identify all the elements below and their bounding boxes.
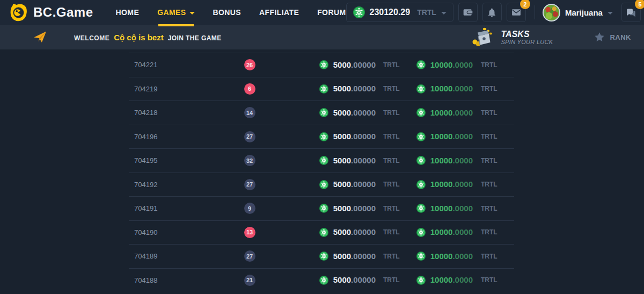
table-row[interactable]: 704219 6 (129, 77, 514, 101)
bet-amount: 5000.00000 (333, 60, 376, 70)
bet-currency: TRTL (376, 133, 406, 140)
multiplier-badge: 27 (244, 131, 255, 142)
badge-cell: 32 (236, 155, 263, 166)
bet-amount-cell: 5000.00000 (263, 275, 376, 285)
trtl-coin-icon (416, 156, 426, 165)
bet-currency: TRTL (376, 61, 406, 69)
payout-currency: TRTL (473, 109, 509, 117)
badge-cell: 27 (236, 250, 263, 262)
table-row[interactable]: 704195 32 (129, 148, 514, 173)
bet-currency: TRTL (376, 181, 406, 188)
bet-amount: 5000.00000 (333, 108, 376, 118)
mail-icon (511, 7, 522, 18)
bet-amount: 5000.00000 (333, 204, 376, 213)
multiplier-badge: 27 (244, 250, 255, 262)
bet-id: 704219 (134, 85, 236, 93)
payout-amount: 10000.0000 (430, 156, 473, 166)
bet-currency: TRTL (376, 253, 406, 260)
notifications-button[interactable] (482, 3, 502, 22)
payout-currency: TRTL (473, 61, 509, 69)
trtl-coin-icon (416, 276, 426, 285)
bet-amount-cell: 5000.00000 (263, 84, 376, 94)
table-row[interactable]: 704196 27 (129, 125, 514, 149)
trtl-coin-icon (319, 180, 328, 189)
payout-amount: 10000.0000 (430, 180, 473, 189)
payout-currency: TRTL (473, 205, 509, 212)
bet-currency: TRTL (376, 85, 406, 92)
table-row[interactable]: 704218 14 (129, 101, 514, 125)
table-row[interactable]: 704190 13 (129, 220, 514, 245)
table-row[interactable]: 704188 21 (129, 268, 514, 292)
payout-amount-cell: 10000.0000 (406, 108, 473, 118)
table-row[interactable]: 704221 26 (129, 53, 514, 77)
trtl-coin-icon (353, 6, 365, 18)
badge-cell: 9 (236, 203, 263, 214)
chevron-down-icon (441, 12, 447, 15)
multiplier-badge: 27 (244, 179, 255, 190)
bet-id: 704221 (134, 61, 236, 69)
messages-button[interactable]: 2 (507, 3, 526, 22)
rank-widget[interactable]: RANK (594, 31, 631, 43)
chat-count-badge: 5 (635, 0, 644, 9)
header-divider (535, 5, 535, 19)
bet-amount-cell: 5000.00000 (263, 60, 376, 70)
payout-amount: 10000.0000 (430, 132, 473, 141)
logo-text: BC.Game (33, 5, 93, 20)
nav-home[interactable]: HOME (116, 0, 140, 25)
user-name: Marijuana (565, 8, 603, 17)
user-menu[interactable]: Marijuana (543, 4, 613, 21)
balance-currency: TRTL (417, 8, 436, 17)
payout-amount-cell: 10000.0000 (406, 132, 473, 141)
payout-amount: 10000.0000 (430, 204, 473, 213)
badge-cell: 14 (236, 107, 263, 118)
trtl-coin-icon (416, 108, 426, 117)
bets-table-body: 704221 26 (129, 53, 514, 292)
payout-amount: 10000.0000 (430, 84, 473, 94)
payout-amount-cell: 10000.0000 (406, 60, 473, 70)
bet-id: 704189 (134, 252, 236, 260)
header-right: 230120.29 TRTL (346, 3, 641, 22)
welcome-suffix: JOIN THE GAME (168, 34, 222, 42)
chat-button[interactable]: 5 (621, 3, 641, 22)
wallet-button[interactable] (458, 3, 478, 22)
nav-forum[interactable]: FORUM (317, 0, 346, 25)
bet-currency: TRTL (376, 157, 406, 164)
nav-games[interactable]: GAMES (157, 0, 194, 25)
bet-amount-cell: 5000.00000 (263, 204, 376, 213)
welcome-message: WELCOME Cộ cộ is bezt JOIN THE GAME (74, 33, 222, 42)
welcome-username: Cộ cộ is bezt (114, 33, 164, 42)
tasks-widget[interactable]: TASKS SPIN YOUR LUCK (471, 26, 553, 48)
bet-amount: 5000.00000 (333, 275, 376, 285)
trtl-coin-icon (319, 204, 328, 213)
avatar (543, 4, 560, 21)
welcome-label: WELCOME (74, 34, 109, 42)
announcement-bar: WELCOME Cộ cộ is bezt JOIN THE GAME (0, 25, 644, 49)
multiplier-badge: 9 (244, 203, 255, 214)
mail-count-badge: 2 (520, 0, 530, 9)
balance-selector[interactable]: 230120.29 TRTL (346, 3, 453, 22)
megaphone-icon (32, 30, 48, 45)
bet-id: 704196 (134, 133, 236, 141)
table-row[interactable]: 704191 9 (129, 196, 514, 220)
payout-amount-cell: 10000.0000 (406, 252, 473, 261)
badge-cell: 6 (236, 83, 263, 95)
chevron-down-icon (189, 12, 195, 15)
bet-amount: 5000.00000 (333, 227, 376, 237)
table-row[interactable]: 704189 27 (129, 244, 514, 268)
main-nav: HOME GAMES BONUS AFFILIATE FORUM (116, 0, 346, 25)
payout-currency: TRTL (473, 133, 509, 140)
trtl-coin-icon (416, 60, 426, 69)
bcgame-logo[interactable]: BC.Game (9, 3, 93, 22)
tasks-subtitle: SPIN YOUR LUCK (501, 39, 553, 45)
payout-amount: 10000.0000 (430, 275, 473, 285)
payout-currency: TRTL (473, 181, 509, 188)
table-row[interactable]: 704192 27 (129, 173, 514, 197)
nav-bonus[interactable]: BONUS (213, 0, 241, 25)
trtl-coin-icon (416, 84, 426, 94)
balance-amount: 230120.29 (370, 8, 411, 17)
nav-affiliate[interactable]: AFFILIATE (259, 0, 299, 25)
badge-cell: 13 (236, 227, 263, 238)
multiplier-badge: 14 (244, 107, 255, 118)
trtl-coin-icon (319, 252, 328, 261)
bets-table: 704221 26 (129, 53, 514, 292)
